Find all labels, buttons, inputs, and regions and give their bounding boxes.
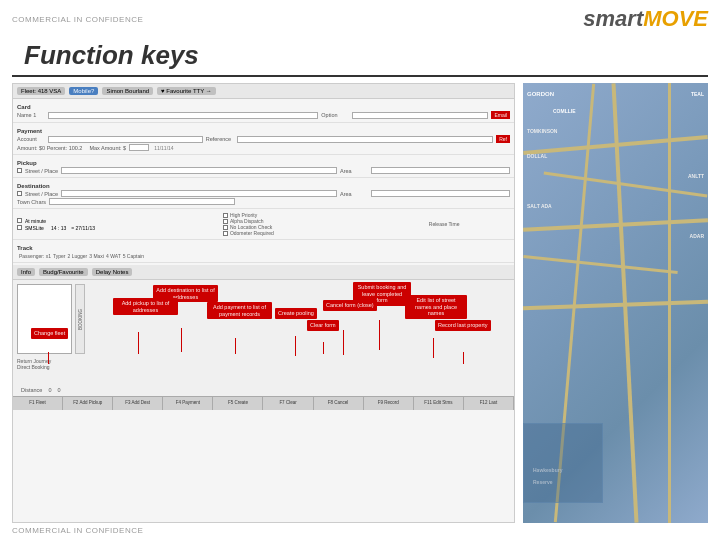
confidential-bottom: COMMERCIAL IN CONFIDENCE [12, 526, 143, 535]
fkey-f3[interactable]: F3 Add Dest [113, 397, 163, 410]
town-field[interactable] [49, 198, 235, 205]
map-label-dollal: DOLLAL [527, 153, 547, 159]
dest-cb[interactable] [17, 191, 22, 196]
payment-section: Payment Account Reference Ref Amount: $0… [13, 123, 514, 155]
tab-fleet[interactable]: Fleet: 418 VSA [17, 87, 65, 95]
wat-label: 4 WAT [106, 253, 121, 259]
asap-cb[interactable] [17, 218, 22, 223]
captain-label: 5 Captain [123, 253, 144, 259]
town-chars-label: Town Chars [17, 199, 46, 205]
form-panel: Fleet: 418 VSA Mobile? Simon Bourland ♥ … [12, 83, 515, 523]
annotation-edit: Edit list of street names and place name… [405, 295, 467, 319]
page-title: Function keys [12, 34, 708, 77]
alpha-dispatch-cb[interactable] [223, 219, 228, 224]
fkey-f9[interactable]: F9 Record [364, 397, 414, 410]
tab-mobile[interactable]: Mobile? [69, 87, 98, 95]
header: COMMERCIAL IN CONFIDENCE smart MOVE [0, 0, 720, 34]
odometer-row: Odometer Required [223, 230, 426, 236]
fkey-f1[interactable]: F1 Fleet [13, 397, 63, 410]
street-field[interactable] [61, 167, 337, 174]
reference-field[interactable] [237, 136, 494, 143]
footer: COMMERCIAL IN CONFIDENCE [0, 523, 720, 538]
map-label-anltt: ANLTT [688, 173, 704, 179]
odometer-cb[interactable] [223, 231, 228, 236]
fkey-f4[interactable]: F4 Payment [163, 397, 213, 410]
vertical-tab[interactable]: BOOKING [75, 284, 85, 354]
passengers-label: Passenger: x1 [19, 253, 51, 259]
date-val: = 27/11/13 [71, 225, 95, 231]
dest-street-label: Street / Place [25, 191, 58, 197]
dest-street-field[interactable] [61, 190, 337, 197]
arrow-pooling [295, 336, 296, 356]
reserve-area [523, 423, 603, 503]
annotation-payment: Add payment to list of payment records [207, 302, 272, 319]
direct-label: Direct Booking [17, 364, 51, 370]
annotation-record: Record last property [435, 320, 491, 331]
high-priority-cb[interactable] [223, 213, 228, 218]
dest-area-label: Area [340, 191, 368, 197]
fkey-f8[interactable]: F8 Cancel [314, 397, 364, 410]
distance-val1: 0 [48, 387, 51, 393]
tab-bourland[interactable]: Simon Bourland [102, 87, 153, 95]
annotation-pickup-addr: Add pickup to list of addresses [113, 298, 178, 315]
smslit-label: SMSLite [25, 225, 44, 231]
name-field[interactable] [48, 112, 318, 119]
max-amount-field[interactable] [129, 144, 149, 151]
pickup-section: Pickup Street / Place Area [13, 155, 514, 178]
option-field[interactable] [352, 112, 488, 119]
main-content: Fleet: 418 VSA Mobile? Simon Bourland ♥ … [0, 83, 720, 523]
track-section: Track Passenger: x1 Typer 2 Lugger 3 Max… [13, 240, 514, 263]
fkey-f2[interactable]: F2 Add Pickup [63, 397, 113, 410]
fkey-bar: F1 Fleet F2 Add Pickup F3 Add Dest F4 Pa… [13, 396, 514, 410]
amount-label: Amount: $0 Percent: 100.2 [17, 145, 82, 151]
map-label-teal: TEAL [691, 91, 704, 97]
time-val: 14 : 13 [51, 225, 66, 231]
fkey-f12[interactable]: F12 Last [464, 397, 514, 410]
logo-move: MOVE [643, 6, 708, 32]
area-label: Area [340, 168, 368, 174]
tab-delay[interactable]: Delay Notes [92, 268, 133, 276]
email-btn[interactable]: Email [491, 111, 510, 119]
arrow-pickup-addr [138, 332, 139, 354]
bottom-tabs[interactable]: Info Budg/Favourite Delay Notes [13, 265, 514, 280]
fkey-f7[interactable]: F7 Clear [263, 397, 313, 410]
reference-label: Reference [206, 136, 234, 142]
fkey-f11[interactable]: F11 Edit Stms [414, 397, 464, 410]
arrow-fleet [48, 352, 49, 364]
map-label-adar: ADAR [690, 233, 704, 239]
map-label-comllie: COMLLIE [553, 108, 576, 114]
distance-val2: 0 [57, 387, 60, 393]
name-label: Name 1 [17, 112, 45, 118]
logo-smart: smart [583, 6, 643, 32]
payment-label: Payment [17, 128, 42, 134]
page-wrapper: COMMERCIAL IN CONFIDENCE smart MOVE Func… [0, 0, 720, 538]
annotation-cancel: Cancel form (close) [323, 300, 377, 311]
annotation-clear: Clear form [307, 320, 339, 331]
ref-btn[interactable]: Ref [496, 135, 510, 143]
annotation-area: BOOKING Return Journey Direct Booking Su… [13, 280, 514, 410]
notes-textarea[interactable] [17, 284, 72, 354]
arrow-record [463, 352, 464, 364]
account-field[interactable] [48, 136, 203, 143]
no-loc-cb[interactable] [223, 225, 228, 230]
street-place-label: Street / Place [25, 168, 58, 174]
map-background: GORDON COMLLIE TOMKINSON TEAL DOLLAL ANL… [523, 83, 708, 523]
arrow-submit [379, 320, 380, 350]
dest-area-field[interactable] [371, 190, 510, 197]
destination-section: Destination Street / Place Area Town Cha… [13, 178, 514, 209]
arrow-payment [235, 338, 236, 354]
tab-budgetfav[interactable]: Budg/Favourite [39, 268, 88, 276]
tab-job[interactable]: Info [17, 268, 35, 276]
asap-label: At minute [25, 218, 46, 224]
fkey-f5[interactable]: F5 Create [213, 397, 263, 410]
tab-favourite[interactable]: ♥ Favourite TTY → [157, 87, 216, 95]
lugger-label: 2 Lugger [67, 253, 87, 259]
card-label: Card [17, 104, 31, 110]
arrow-dest-addr [181, 328, 182, 352]
destination-label: Destination [17, 183, 50, 189]
street-cb[interactable] [17, 168, 22, 173]
smslit-cb[interactable] [17, 225, 22, 230]
form-tabs[interactable]: Fleet: 418 VSA Mobile? Simon Bourland ♥ … [13, 84, 514, 99]
arrow-clear [323, 342, 324, 354]
area-field[interactable] [371, 167, 510, 174]
